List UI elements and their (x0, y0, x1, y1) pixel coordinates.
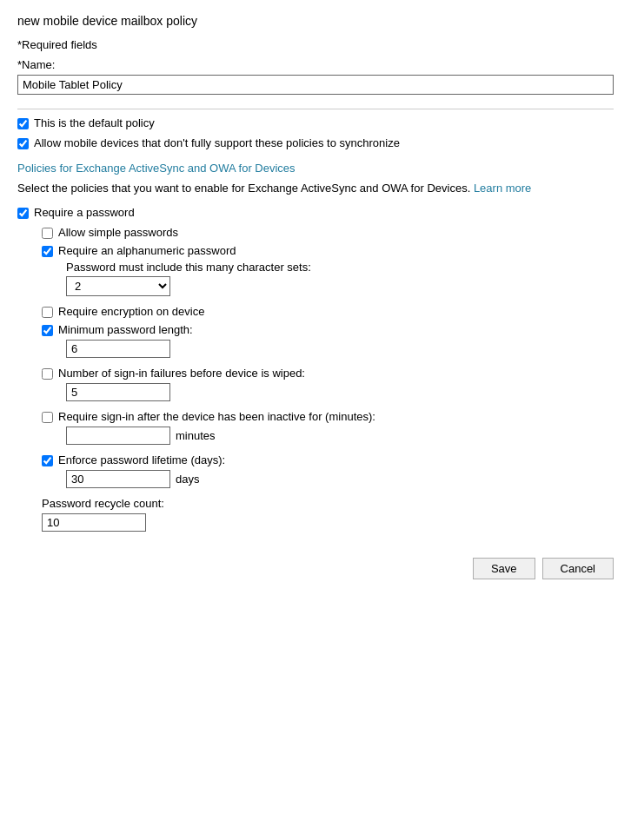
min-password-length-label: Minimum password length: (58, 323, 193, 336)
require-alphanumeric-row: Require an alphanumeric password (42, 244, 614, 257)
enforce-lifetime-input-field: days (66, 470, 614, 488)
sign-in-failures-label: Number of sign-in failures before device… (58, 367, 305, 380)
recycle-count-group: Password recycle count: (42, 497, 614, 532)
learn-more-link[interactable]: Learn more (474, 182, 531, 195)
char-sets-label: Password must include this many characte… (66, 261, 614, 274)
enforce-lifetime-label: Enforce password lifetime (days): (58, 453, 225, 466)
min-password-length-group: Minimum password length: (42, 323, 614, 358)
recycle-count-label: Password recycle count: (42, 497, 164, 510)
require-encryption-checkbox[interactable] (42, 307, 53, 318)
require-alphanumeric-label: Require an alphanumeric password (58, 244, 236, 257)
allow-non-supporting-checkbox[interactable] (17, 138, 29, 149)
require-alphanumeric-checkbox[interactable] (42, 246, 53, 257)
allow-non-supporting-label: Allow mobile devices that don't fully su… (34, 136, 400, 149)
require-alphanumeric-group: Require an alphanumeric password Passwor… (42, 244, 614, 296)
require-password-group: Require a password Allow simple password… (17, 206, 614, 532)
name-input[interactable] (17, 75, 614, 95)
sign-in-failures-group: Number of sign-in failures before device… (42, 367, 614, 401)
default-policy-label: This is the default policy (34, 116, 155, 129)
allow-simple-passwords-row: Allow simple passwords (42, 226, 614, 239)
cancel-button[interactable]: Cancel (542, 558, 614, 579)
require-password-checkbox[interactable] (17, 208, 29, 219)
inactive-timeout-group: Require sign-in after the device has bee… (42, 410, 614, 445)
enforce-lifetime-checkbox[interactable] (42, 455, 53, 466)
allow-simple-passwords-label: Allow simple passwords (58, 226, 178, 239)
inactive-timeout-label: Require sign-in after the device has bee… (58, 410, 375, 423)
require-encryption-label: Require encryption on device (58, 305, 204, 318)
enforce-lifetime-group: Enforce password lifetime (days): days (42, 453, 614, 488)
section-description-text: Select the policies that you want to ena… (17, 182, 470, 195)
char-sets-select[interactable]: 1 2 3 4 (66, 276, 170, 296)
min-password-length-input[interactable] (66, 340, 170, 358)
enforce-lifetime-input[interactable] (66, 470, 170, 488)
sign-in-failures-input-field (66, 383, 614, 401)
page-title: new mobile device mailbox policy (17, 14, 614, 28)
divider (17, 109, 614, 109)
inactive-timeout-checkbox[interactable] (42, 412, 53, 423)
inactive-timeout-row: Require sign-in after the device has bee… (42, 410, 614, 423)
allow-simple-passwords-checkbox[interactable] (42, 228, 53, 239)
recycle-count-input[interactable] (42, 513, 146, 532)
enforce-lifetime-row: Enforce password lifetime (days): (42, 453, 614, 466)
sign-in-failures-input[interactable] (66, 383, 170, 401)
recycle-count-input-field (42, 513, 614, 532)
section-heading: Policies for Exchange ActiveSync and OWA… (17, 162, 614, 175)
min-password-length-checkbox[interactable] (42, 325, 53, 336)
recycle-count-label-row: Password recycle count: (42, 497, 614, 510)
require-password-row: Require a password (17, 206, 614, 219)
require-encryption-group: Require encryption on device (42, 305, 614, 318)
allow-non-supporting-row: Allow mobile devices that don't fully su… (17, 136, 614, 149)
footer-buttons: Save Cancel (17, 549, 614, 579)
require-password-label: Require a password (34, 206, 135, 219)
sign-in-failures-checkbox[interactable] (42, 368, 53, 380)
default-policy-checkbox[interactable] (17, 118, 29, 129)
min-password-length-row: Minimum password length: (42, 323, 614, 336)
sign-in-failures-row: Number of sign-in failures before device… (42, 367, 614, 380)
require-encryption-row: Require encryption on device (42, 305, 614, 318)
inactive-timeout-unit: minutes (176, 429, 216, 442)
enforce-lifetime-unit: days (176, 473, 199, 486)
name-label: *Name: (17, 58, 614, 71)
enforce-lifetime-inline: days (66, 470, 614, 488)
min-password-length-input-field (66, 340, 614, 358)
inactive-timeout-input[interactable] (66, 427, 170, 445)
required-note: *Required fields (17, 38, 614, 51)
allow-simple-passwords-group: Allow simple passwords (42, 226, 614, 239)
inactive-timeout-input-field: minutes (66, 427, 614, 445)
default-policy-row: This is the default policy (17, 116, 614, 129)
char-sets-field: Password must include this many characte… (66, 261, 614, 296)
save-button[interactable]: Save (473, 558, 535, 579)
section-description: Select the policies that you want to ena… (17, 180, 614, 197)
inactive-timeout-inline: minutes (66, 427, 614, 445)
